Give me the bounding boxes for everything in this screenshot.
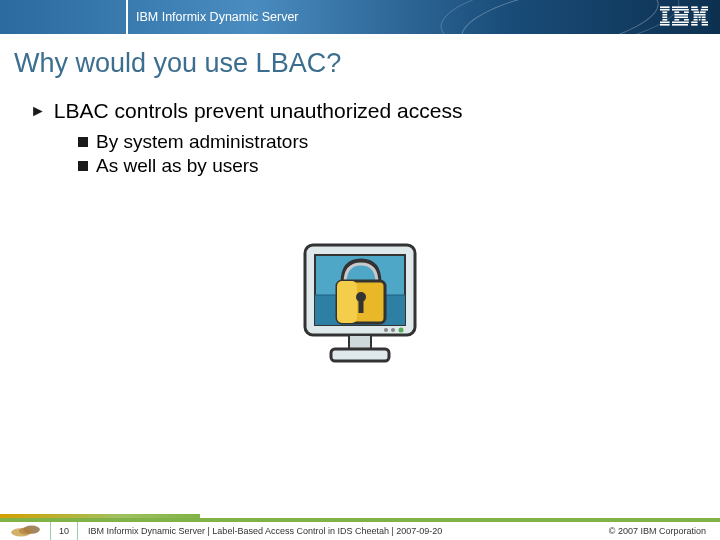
header-divider [126, 0, 128, 34]
page-number: 10 [50, 522, 78, 540]
svg-rect-5 [662, 19, 667, 21]
svg-rect-27 [702, 16, 706, 18]
footer-copyright: © 2007 IBM Corporation [609, 526, 706, 536]
svg-rect-19 [702, 6, 708, 8]
ibm-logo-icon [660, 6, 708, 26]
header-title: IBM Informix Dynamic Server [136, 10, 299, 24]
monitor-lock-icon [285, 227, 435, 377]
svg-rect-28 [694, 19, 698, 21]
svg-rect-2 [662, 11, 667, 13]
svg-rect-25 [694, 16, 698, 18]
svg-rect-14 [674, 19, 679, 21]
svg-rect-15 [684, 19, 689, 21]
svg-rect-4 [662, 16, 667, 18]
svg-rect-30 [702, 19, 706, 21]
svg-rect-33 [691, 24, 697, 26]
square-bullet-icon [78, 161, 88, 171]
footer-gradient-accent [0, 514, 200, 518]
svg-rect-39 [349, 335, 371, 349]
svg-rect-16 [672, 21, 689, 23]
svg-rect-1 [660, 9, 670, 11]
svg-rect-7 [660, 24, 670, 26]
svg-point-43 [384, 328, 388, 332]
arrow-bullet-icon: ► [30, 103, 46, 119]
slide-content: ► LBAC controls prevent unauthorized acc… [30, 99, 720, 177]
bullet-main-text: LBAC controls prevent unauthorized acces… [54, 99, 463, 123]
bullet-sub: By system administrators [78, 131, 720, 153]
svg-rect-29 [699, 19, 701, 21]
svg-rect-23 [700, 11, 706, 13]
svg-rect-17 [672, 24, 688, 26]
svg-rect-11 [684, 11, 689, 13]
svg-rect-3 [662, 14, 667, 16]
svg-point-41 [399, 328, 404, 333]
bullet-sub-text: By system administrators [96, 131, 308, 153]
svg-rect-40 [331, 349, 389, 361]
svg-rect-21 [701, 9, 708, 11]
bullet-sub: As well as by users [78, 155, 720, 177]
bullet-main: ► LBAC controls prevent unauthorized acc… [30, 99, 720, 123]
svg-rect-18 [691, 6, 697, 8]
svg-rect-45 [337, 281, 357, 323]
svg-point-50 [19, 528, 33, 535]
svg-rect-47 [359, 299, 364, 313]
image-area [0, 227, 720, 377]
square-bullet-icon [78, 137, 88, 147]
svg-rect-26 [698, 16, 700, 18]
svg-rect-9 [672, 9, 689, 11]
svg-rect-0 [660, 6, 670, 8]
footer-text: IBM Informix Dynamic Server | Label-Base… [88, 526, 609, 536]
svg-rect-10 [674, 11, 679, 13]
svg-rect-20 [691, 9, 698, 11]
svg-rect-6 [660, 21, 670, 23]
slide-footer: 10 IBM Informix Dynamic Server | Label-B… [0, 518, 720, 540]
svg-rect-34 [702, 24, 708, 26]
svg-rect-12 [674, 14, 688, 16]
sub-bullet-list: By system administrators As well as by u… [78, 131, 720, 177]
svg-rect-8 [672, 6, 688, 8]
slide-title: Why would you use LBAC? [14, 48, 720, 79]
svg-point-42 [391, 328, 395, 332]
slide-header: IBM Informix Dynamic Server [0, 0, 720, 34]
svg-rect-32 [702, 21, 708, 23]
footer-logo-icon [0, 522, 50, 540]
bullet-sub-text: As well as by users [96, 155, 259, 177]
svg-rect-31 [691, 21, 697, 23]
svg-rect-24 [694, 14, 706, 16]
svg-rect-13 [674, 16, 688, 18]
svg-rect-22 [694, 11, 700, 13]
